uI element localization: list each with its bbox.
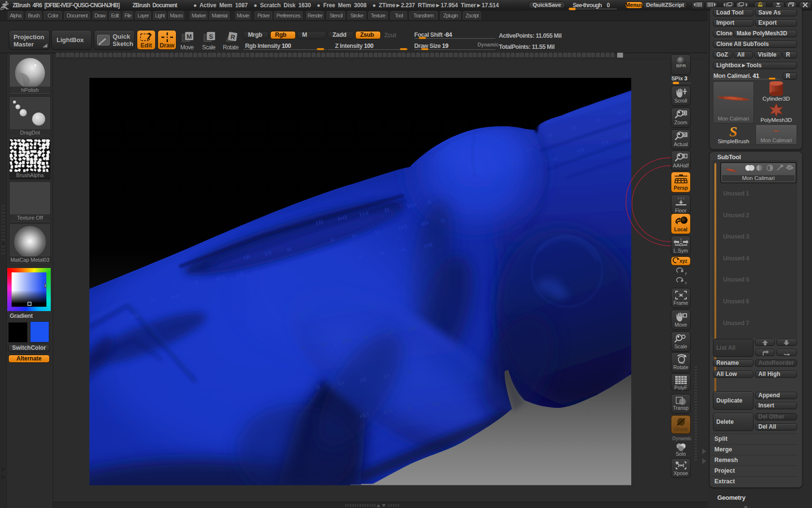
svg-text:z: z	[685, 281, 687, 285]
svg-text:y: y	[685, 271, 687, 275]
svg-text:M: M	[187, 33, 192, 40]
svg-text:BPR: BPR	[676, 63, 685, 68]
svg-text:x1: x1	[683, 133, 687, 136]
svg-text:S: S	[209, 33, 213, 40]
svg-text:S: S	[729, 124, 738, 139]
svg-text:xyz: xyz	[679, 258, 687, 264]
svg-text:x y z: x y z	[677, 196, 684, 200]
